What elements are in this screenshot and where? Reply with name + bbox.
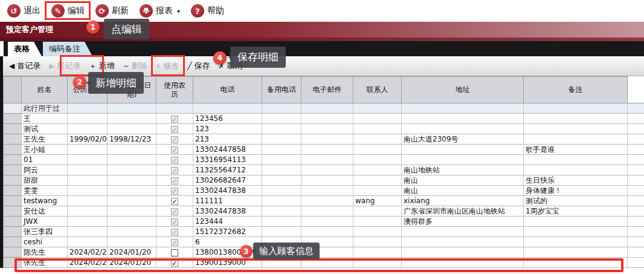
cell-email[interactable] (301, 145, 353, 155)
cell-contact[interactable] (353, 155, 402, 165)
cell-phone[interactable]: 123456 (193, 114, 262, 124)
cell-contact[interactable] (353, 145, 402, 155)
cell-alt-phone[interactable] (262, 217, 301, 227)
cell-alt-phone[interactable] (262, 186, 301, 196)
cell-note[interactable]: 测试的 (524, 196, 628, 206)
row-selector[interactable] (4, 145, 22, 155)
report-button[interactable]: 报表 ▾ (137, 2, 185, 20)
cell-address[interactable] (402, 237, 524, 247)
cell-phone[interactable]: 123444 (193, 217, 262, 227)
cell-contact[interactable] (353, 247, 402, 258)
cell-email[interactable] (301, 124, 353, 134)
cell-lunar-birthday[interactable] (108, 124, 156, 134)
cell-address[interactable] (402, 155, 524, 165)
cell-lunar-birthday[interactable] (108, 227, 156, 237)
cell-alt-phone[interactable] (262, 134, 301, 145)
cell-solar-birthday[interactable] (68, 186, 108, 196)
cell-address[interactable]: 南山地铁站 (402, 165, 524, 175)
cell-use-lunar[interactable]: ✓ (156, 124, 193, 134)
cell-note[interactable]: 1周岁宝宝 (524, 206, 628, 217)
cell-solar-birthday[interactable]: 2024/02/29 (68, 258, 108, 268)
cell-contact[interactable] (353, 134, 402, 145)
cell-contact[interactable] (353, 165, 402, 175)
row-selector[interactable] (4, 237, 22, 247)
row-selector[interactable] (4, 227, 22, 237)
tab-table[interactable]: 表格 (8, 42, 42, 56)
cell-contact[interactable] (353, 227, 402, 237)
cell-alt-phone[interactable] (262, 227, 301, 237)
cell-solar-birthday[interactable] (68, 175, 108, 186)
cell-alt-phone[interactable] (262, 206, 301, 217)
add-button[interactable]: ＋ 新增 (85, 59, 118, 73)
cell-name[interactable]: 甜甜 (22, 175, 68, 186)
cell-address[interactable] (402, 145, 524, 155)
cell-name[interactable]: 张先生 (22, 258, 68, 268)
cell-lunar-birthday[interactable] (108, 165, 156, 175)
cell-use-lunar[interactable]: ✓ (156, 227, 193, 237)
cell-email[interactable] (301, 175, 353, 186)
cell-note[interactable]: 歌手是谁 (524, 145, 628, 155)
cell-use-lunar[interactable]: ✓ (156, 196, 193, 206)
cell-name[interactable]: 陈先生 (22, 247, 68, 258)
cell-alt-phone[interactable] (262, 114, 301, 124)
cell-email[interactable] (301, 103, 353, 114)
tab-code-notes[interactable]: 编码备注 (43, 42, 92, 56)
cell-lunar-birthday[interactable]: 2024/01/20 (108, 247, 156, 258)
row-selector[interactable] (4, 206, 22, 217)
row-selector[interactable] (4, 134, 22, 145)
cell-solar-birthday[interactable] (68, 103, 108, 114)
cell-email[interactable] (301, 217, 353, 227)
row-selector[interactable] (4, 114, 22, 124)
use-lunar-checkbox[interactable]: ✓ (171, 229, 178, 236)
cell-contact[interactable] (353, 114, 402, 124)
cell-alt-phone[interactable] (262, 103, 301, 114)
cell-solar-birthday[interactable] (68, 227, 108, 237)
cell-name[interactable]: 雯雯 (22, 186, 68, 196)
cell-alt-phone[interactable] (262, 196, 301, 206)
cell-alt-phone[interactable] (262, 155, 301, 165)
cell-name[interactable]: 张三李四 (22, 227, 68, 237)
cell-contact[interactable] (353, 124, 402, 134)
cell-use-lunar[interactable]: ✓ (156, 258, 193, 268)
cell-solar-birthday[interactable] (68, 206, 108, 217)
cell-name[interactable]: JWX (22, 217, 68, 227)
cell-lunar-birthday[interactable] (108, 186, 156, 196)
use-lunar-checkbox[interactable]: ✓ (171, 157, 178, 164)
cell-name[interactable]: 王先生 (22, 134, 68, 145)
header-name[interactable]: 姓名 (22, 77, 68, 103)
cell-name[interactable]: testwang (22, 196, 68, 206)
cell-lunar-birthday[interactable]: 1998/12/23 (108, 134, 156, 145)
use-lunar-checkbox[interactable]: ✓ (171, 218, 178, 226)
header-alt-phone[interactable]: 备用电话 (262, 77, 301, 103)
cell-name[interactable]: 测试 (22, 124, 68, 134)
cell-lunar-birthday[interactable] (108, 103, 156, 114)
header-contact[interactable]: 联系人 (353, 77, 402, 103)
row-selector[interactable] (4, 217, 22, 227)
cell-solar-birthday[interactable] (68, 237, 108, 247)
cell-email[interactable] (301, 134, 353, 145)
cell-phone[interactable]: 13302447838 (193, 186, 262, 196)
cell-name[interactable]: 王小姐 (22, 145, 68, 155)
use-lunar-checkbox[interactable]: ✓ (171, 198, 178, 205)
delete-button[interactable]: − 删除 (119, 59, 150, 73)
cell-address[interactable]: 南山大道2309号 (402, 134, 524, 145)
use-lunar-checkbox[interactable]: ✓ (171, 177, 178, 184)
cell-email[interactable] (301, 155, 353, 165)
cell-note[interactable] (524, 237, 628, 247)
cell-lunar-birthday[interactable] (108, 217, 156, 227)
cell-name[interactable]: 阿云 (22, 165, 68, 175)
row-selector[interactable] (4, 175, 22, 186)
cell-lunar-birthday[interactable] (108, 237, 156, 247)
cell-solar-birthday[interactable]: 2024/02/29 (68, 247, 108, 258)
row-selector[interactable] (4, 155, 22, 165)
cell-use-lunar[interactable]: ✓ (156, 165, 193, 175)
cell-solar-birthday[interactable] (68, 114, 108, 124)
cell-address[interactable]: 广东省深圳市南山区南山地铁站 (402, 206, 524, 217)
cell-contact[interactable] (353, 237, 402, 247)
use-lunar-checkbox[interactable]: ✓ (171, 126, 178, 133)
cell-note[interactable] (524, 124, 628, 134)
last-record-button[interactable]: ▶ 尾记录 (45, 59, 84, 73)
cell-lunar-birthday[interactable]: 2024/01/20 (108, 258, 156, 268)
use-lunar-checkbox[interactable]: ✓ (171, 188, 178, 195)
cell-solar-birthday[interactable] (68, 145, 108, 155)
